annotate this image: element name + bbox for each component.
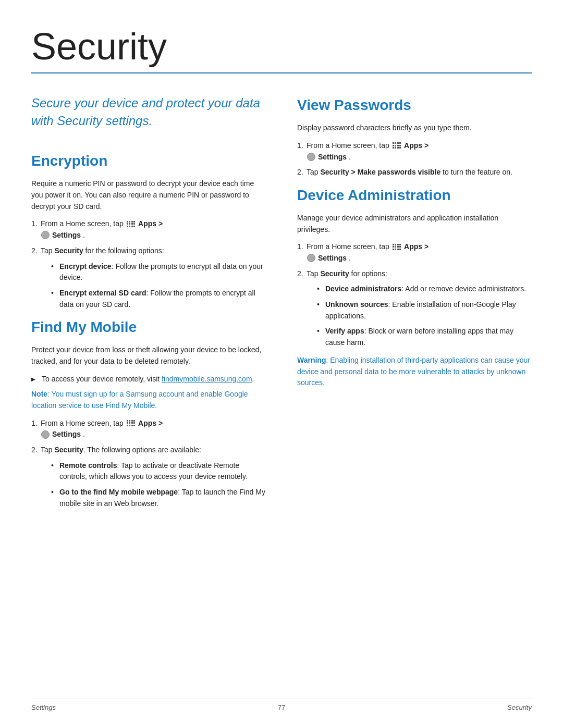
view-passwords-title: View Passwords (297, 94, 532, 116)
da-step1-apps: Apps > (404, 242, 429, 251)
da-bullet-3: Verify apps: Block or warn before instal… (317, 326, 532, 348)
page-title: Security (31, 26, 532, 67)
find-my-mobile-bullets: Remote controls: Tap to activate or deac… (51, 460, 266, 510)
fmm-step1-apps: Apps > (138, 419, 163, 427)
find-my-mobile-section: Find My Mobile Protect your device from … (31, 316, 266, 509)
view-passwords-body: Display password characters briefly as y… (297, 122, 532, 134)
device-administration-steps: From a Home screen, tap Apps > Settings … (297, 241, 532, 349)
encryption-steps: From a Home screen, tap Apps > Settings (31, 218, 266, 310)
fmm-step1-prefix: From a Home screen, tap (41, 419, 124, 427)
encryption-step1: From a Home screen, tap Apps > Settings (31, 218, 266, 241)
footer-right: Security (507, 702, 532, 713)
footer-page-number: 77 (278, 702, 285, 713)
settings-icon (41, 231, 50, 239)
find-my-mobile-body: Protect your device from loss or theft a… (31, 344, 266, 367)
device-administration-section: Device Administration Manage your device… (297, 184, 532, 389)
encryption-body: Require a numeric PIN or password to dec… (31, 178, 266, 212)
apps-icon-fmm (127, 420, 136, 426)
view-passwords-step1: From a Home screen, tap Apps > Settings … (297, 140, 532, 163)
da-step1: From a Home screen, tap Apps > Settings … (297, 241, 532, 264)
encryption-step1-apps: Apps > (138, 219, 163, 228)
page-footer: Settings 77 Security (31, 698, 532, 713)
apps-icon-da (393, 244, 401, 250)
find-my-mobile-arrow: To access your device remotely, visit fi… (31, 374, 266, 385)
fmm-bullet-1: Remote controls: Tap to activate or deac… (51, 460, 266, 483)
fmm-bullet-2: Go to the find My mobile webpage: Tap to… (51, 487, 266, 509)
vp-step1-apps: Apps > (404, 141, 429, 150)
findmymobile-link[interactable]: findmymobile.samsung.com (162, 375, 252, 383)
encryption-section: Encryption Require a numeric PIN or pass… (31, 150, 266, 310)
da-bullet-1: Device administrators: Add or remove dev… (317, 283, 532, 295)
encryption-step2: Tap Security for the following options: … (31, 245, 266, 310)
vp-step1-settings: Settings (318, 153, 347, 161)
two-column-layout: Secure your device and protect your data… (31, 94, 532, 515)
device-administration-title: Device Administration (297, 184, 532, 206)
settings-icon-fmm (41, 430, 50, 439)
encryption-step1-prefix: From a Home screen, tap (41, 219, 124, 228)
title-rule (31, 72, 532, 73)
find-my-mobile-step2: Tap Security. The following options are … (31, 445, 266, 509)
fmm-step1-settings: Settings (52, 430, 81, 438)
intro-text: Secure your device and protect your data… (31, 94, 266, 129)
find-my-mobile-note: Note: You must sign up for a Samsung acc… (31, 389, 266, 411)
encryption-bullet-1: Encrypt device: Follow the prompts to en… (51, 261, 266, 283)
encryption-step2-text: Tap Security for the following options: (41, 246, 164, 255)
view-passwords-section: View Passwords Display password characte… (297, 94, 532, 178)
encryption-step1-settings: Settings (52, 231, 81, 239)
da-step1-settings: Settings (318, 254, 347, 262)
footer-left: Settings (31, 702, 56, 713)
da-bullet-2: Unknown sources: Enable installation of … (317, 299, 532, 322)
find-my-mobile-title: Find My Mobile (31, 316, 266, 338)
da-step2: Tap Security for options: Device adminis… (297, 268, 532, 349)
device-administration-body: Manage your device administrators and ap… (297, 213, 532, 235)
right-column: View Passwords Display password characte… (297, 94, 532, 515)
settings-icon-da (307, 254, 315, 262)
find-my-mobile-steps: From a Home screen, tap Apps > Settings … (31, 418, 266, 510)
encryption-bullet-2: Encrypt external SD card: Follow the pro… (51, 288, 266, 310)
device-administration-warning: Warning: Enabling installation of third-… (297, 355, 532, 389)
da-bullets: Device administrators: Add or remove dev… (317, 283, 532, 348)
da-step1-prefix: From a Home screen, tap (307, 242, 389, 251)
apps-icon (127, 221, 136, 227)
find-my-mobile-step1: From a Home screen, tap Apps > Settings … (31, 418, 266, 440)
page-container: Security Secure your device and protect … (0, 0, 563, 728)
apps-icon-vp (393, 142, 401, 149)
view-passwords-step2: Tap Security > Make passwords visible to… (297, 167, 532, 178)
view-passwords-steps: From a Home screen, tap Apps > Settings … (297, 140, 532, 178)
vp-step1-prefix: From a Home screen, tap (307, 141, 389, 150)
encryption-title: Encryption (31, 150, 266, 172)
encryption-bullets: Encrypt device: Follow the prompts to en… (51, 261, 266, 311)
left-column: Secure your device and protect your data… (31, 94, 266, 515)
settings-icon-vp (307, 153, 315, 161)
